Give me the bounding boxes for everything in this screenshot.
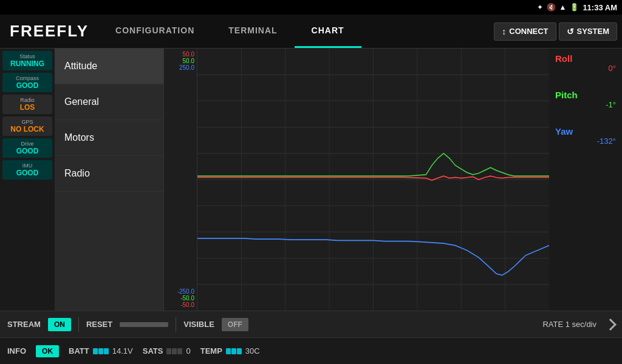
batt-label: BATT xyxy=(69,346,89,356)
connect-icon: ↕ xyxy=(502,27,506,36)
scroll-indicator xyxy=(604,318,617,331)
nav-item-general[interactable]: General xyxy=(55,84,163,120)
status-time: 11:33 AM xyxy=(583,3,617,12)
sats-label: SATS xyxy=(143,346,163,356)
nav-tabs: CONFIGURATION TERMINAL CHART xyxy=(98,15,489,48)
legend-yaw: Yaw -132° xyxy=(555,126,616,146)
sidebar-drive[interactable]: Drive GOOD xyxy=(2,138,52,158)
mute-icon: 🔇 xyxy=(547,3,556,12)
temp-segment: TEMP 30C xyxy=(200,346,260,356)
temp-value: 30C xyxy=(245,346,260,356)
tab-chart[interactable]: CHART xyxy=(295,15,361,48)
stream-label: STREAM xyxy=(7,320,41,329)
visible-toggle[interactable]: OFF xyxy=(222,318,248,331)
nav-list: Attitude General Motors Radio xyxy=(55,49,164,311)
legend-pitch: Pitch -1° xyxy=(555,90,616,109)
toolbar-sep1 xyxy=(78,317,79,332)
batt-segment: BATT 14.1V xyxy=(69,346,133,356)
sats-value: 0 xyxy=(186,346,190,356)
temp-bar xyxy=(226,348,242,354)
chart-area xyxy=(197,49,549,311)
batt-value: 14.1V xyxy=(112,346,133,356)
tab-configuration[interactable]: CONFIGURATION xyxy=(98,15,211,48)
nav-item-radio[interactable]: Radio xyxy=(55,156,163,192)
bluetooth-icon: ✦ xyxy=(537,3,543,12)
sidebar-status[interactable]: Status RUNNING xyxy=(2,51,52,70)
rate-label: RATE 1 sec/div xyxy=(542,320,596,329)
sats-segment: SATS 0 xyxy=(143,346,191,356)
sidebar-gps[interactable]: GPS NO LOCK xyxy=(2,116,52,136)
sidebar: Status RUNNING Compass GOOD Radio LOS GP… xyxy=(0,49,55,311)
sidebar-imu[interactable]: IMU GOOD xyxy=(2,160,52,180)
info-bar: INFO OK BATT 14.1V SATS 0 TEMP 30C xyxy=(0,337,622,364)
battery-icon: 🔋 xyxy=(570,3,579,12)
stream-toggle[interactable]: ON xyxy=(48,318,71,331)
chart-svg xyxy=(197,49,549,311)
info-value: OK xyxy=(36,345,59,357)
sidebar-radio[interactable]: Radio LOS xyxy=(2,95,52,114)
bottom-toolbar: STREAM ON RESET VISIBLE OFF RATE 1 sec/d… xyxy=(0,311,622,337)
info-label: INFO xyxy=(7,346,26,356)
y-label-bot3: -50.0 xyxy=(166,302,194,308)
top-nav: FREEFLY CONFIGURATION TERMINAL CHART ↕ C… xyxy=(0,15,622,49)
reset-label: RESET xyxy=(86,320,112,329)
nav-actions: ↕ CONNECT ↺ SYSTEM xyxy=(489,15,622,48)
status-bar: ✦ 🔇 ▲ 🔋 11:33 AM xyxy=(0,0,622,15)
tab-terminal[interactable]: TERMINAL xyxy=(211,15,294,48)
reset-button[interactable] xyxy=(120,322,168,327)
main-layout: Status RUNNING Compass GOOD Radio LOS GP… xyxy=(0,49,622,311)
app-logo: FREEFLY xyxy=(0,15,98,48)
connect-button[interactable]: ↕ CONNECT xyxy=(494,22,556,41)
sidebar-compass[interactable]: Compass GOOD xyxy=(2,73,52,92)
legend-roll: Roll 0° xyxy=(555,53,616,73)
batt-bar xyxy=(93,348,109,354)
chart-legend: Roll 0° Pitch -1° Yaw -132° xyxy=(549,49,622,311)
nav-item-motors[interactable]: Motors xyxy=(55,120,163,156)
y-label-top1: 50.0 xyxy=(166,51,194,58)
nav-item-attitude[interactable]: Attitude xyxy=(55,49,163,84)
system-button[interactable]: ↺ SYSTEM xyxy=(559,22,617,41)
system-icon: ↺ xyxy=(567,27,574,36)
y-label-top2: 50.0 xyxy=(166,58,194,64)
y-label-bot1: -250.0 xyxy=(166,288,194,295)
visible-label: VISIBLE xyxy=(183,320,214,329)
y-label-top3: 250.0 xyxy=(166,64,194,71)
wifi-icon: ▲ xyxy=(559,3,567,12)
temp-label: TEMP xyxy=(200,346,222,356)
y-label-bot2: -50.0 xyxy=(166,295,194,302)
y-axis: 50.0 50.0 250.0 -250.0 -50.0 -50.0 xyxy=(164,49,197,311)
toolbar-sep2 xyxy=(176,317,176,332)
sats-bar xyxy=(166,348,182,354)
